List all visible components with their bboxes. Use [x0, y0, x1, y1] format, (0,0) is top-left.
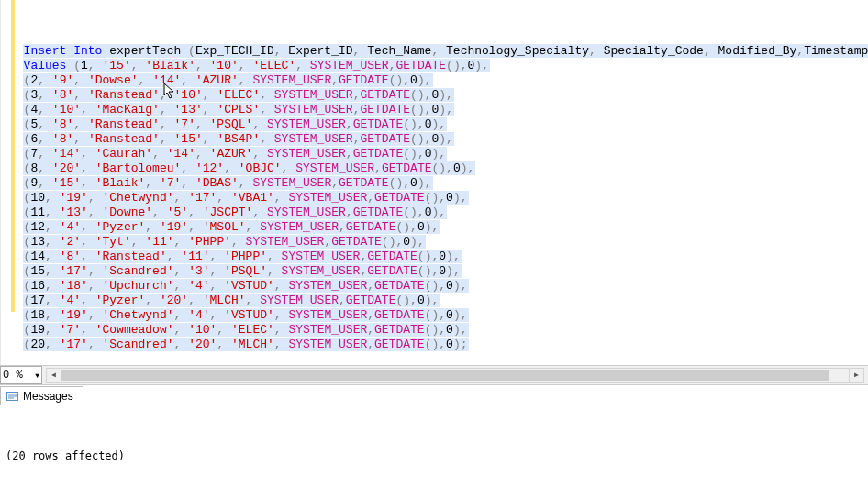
tab-messages[interactable]: Messages	[0, 386, 83, 405]
scroll-left-icon[interactable]: ◀	[47, 369, 61, 382]
messages-icon	[6, 391, 18, 403]
mouse-cursor-icon	[163, 83, 176, 101]
code-line[interactable]: (15, '17', 'Scandred', '3', 'PSQL', SYST…	[8, 264, 868, 279]
code-line[interactable]: (16, '18', 'Upchurch', '4', 'VSTUD', SYS…	[8, 279, 868, 294]
code-line[interactable]: (7, '14', 'Caurah', '14', 'AZUR', SYSTEM…	[8, 147, 868, 161]
rows-affected-text: (20 rows affected)	[6, 448, 862, 464]
scroll-right-icon[interactable]: ▶	[849, 369, 863, 382]
zoom-value: 0 %	[3, 369, 23, 382]
code-line[interactable]: Values (1, '15', 'Blaik', '10', 'ELEC', …	[8, 59, 868, 73]
code-line[interactable]: (13, '2', 'Tyt', '11', 'PHPP', SYSTEM_US…	[8, 235, 868, 250]
code-line[interactable]: (11, '13', 'Downe', '5', 'JSCPT', SYSTEM…	[8, 205, 868, 220]
code-line[interactable]: (20, '17', 'Scandred', '20', 'MLCH', SYS…	[8, 338, 868, 352]
code-line[interactable]: (8, '20', 'Bartolomeu', '12', 'OBJC', SY…	[8, 161, 868, 176]
results-tab-bar: Messages	[0, 385, 868, 405]
code-line[interactable]: (4, '10', 'MacKaig', '13', 'CPLS', SYSTE…	[8, 103, 868, 117]
code-line[interactable]: (9, '15', 'Blaik', '7', 'DBAS', SYSTEM_U…	[8, 176, 868, 191]
editor-footer-bar: 0 % ▼ ◀ ▶	[0, 365, 868, 385]
chevron-down-icon: ▼	[35, 372, 41, 380]
horizontal-scrollbar[interactable]: ◀ ▶	[46, 368, 864, 383]
code-line[interactable]: (14, '8', 'Ranstead', '11', 'PHPP', SYST…	[8, 250, 868, 264]
code-line[interactable]: (12, '4', 'Pyzer', '19', 'MSOL', SYSTEM_…	[8, 220, 868, 235]
code-line[interactable]: Insert Into expertTech (Exp_TECH_ID, Exp…	[8, 44, 868, 59]
code-line[interactable]: (6, '8', 'Ranstead', '15', 'BS4P', SYSTE…	[8, 132, 868, 147]
sql-editor[interactable]: Insert Into expertTech (Exp_TECH_ID, Exp…	[0, 0, 868, 365]
code-line[interactable]: (3, '8', 'Ranstead', '10', 'ELEC', SYSTE…	[8, 88, 868, 103]
code-line[interactable]: (19, '7', 'Cowmeadow', '10', 'ELEC', SYS…	[8, 323, 868, 338]
code-line[interactable]: (5, '8', 'Ranstead', '7', 'PSQL', SYSTEM…	[8, 117, 868, 132]
tab-label: Messages	[23, 390, 73, 403]
code-line[interactable]: (18, '19', 'Chetwynd', '4', 'VSTUD', SYS…	[8, 308, 868, 323]
messages-output[interactable]: (20 rows affected) Completion time: 2020…	[0, 405, 868, 477]
code-line[interactable]: (10, '19', 'Chetwynd', '17', 'VBA1', SYS…	[8, 191, 868, 205]
code-content[interactable]: Insert Into expertTech (Exp_TECH_ID, Exp…	[1, 0, 868, 365]
scroll-thumb[interactable]	[61, 370, 829, 381]
zoom-dropdown[interactable]: 0 % ▼	[0, 366, 42, 384]
code-line[interactable]: (17, '4', 'Pyzer', '20', 'MLCH', SYSTEM_…	[8, 294, 868, 308]
code-line[interactable]: (2, '9', 'Dowse', '14', 'AZUR', SYSTEM_U…	[8, 73, 868, 88]
